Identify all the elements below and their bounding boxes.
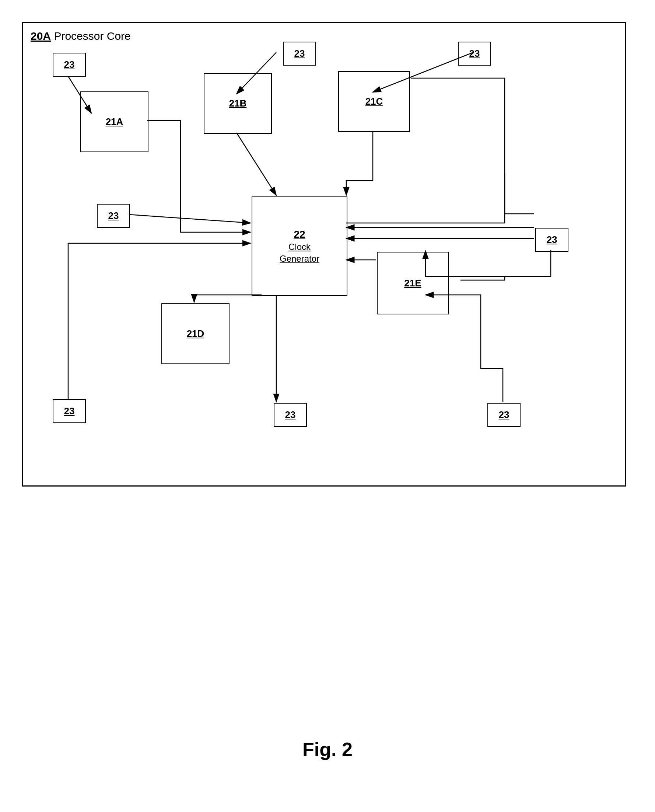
clock-generator-box: 22 Clock Generator	[252, 196, 347, 296]
fig-caption: Fig. 2	[303, 738, 352, 760]
port-23-bottomcenter: 23	[274, 403, 307, 427]
processor-core-label: 20A Processor Core	[31, 30, 131, 42]
port-23-topleft: 23	[53, 53, 86, 77]
port-23-bottomleft: 23	[53, 399, 86, 423]
page: 20A Processor Core 21A 21B 21C 21D 21E 2…	[0, 0, 655, 812]
component-21C: 21C	[338, 71, 410, 132]
port-23-bottomright: 23	[487, 403, 521, 427]
component-21E: 21E	[377, 252, 449, 314]
port-23-topright: 23	[458, 42, 491, 66]
port-23-midleft: 23	[97, 204, 130, 228]
component-21D: 21D	[161, 304, 229, 364]
port-23-topcenter: 23	[283, 42, 316, 66]
main-box: 20A Processor Core 21A 21B 21C 21D 21E 2…	[22, 22, 626, 487]
port-23-midright: 23	[535, 228, 569, 252]
component-21A: 21A	[80, 91, 148, 152]
component-21B: 21B	[204, 73, 272, 134]
